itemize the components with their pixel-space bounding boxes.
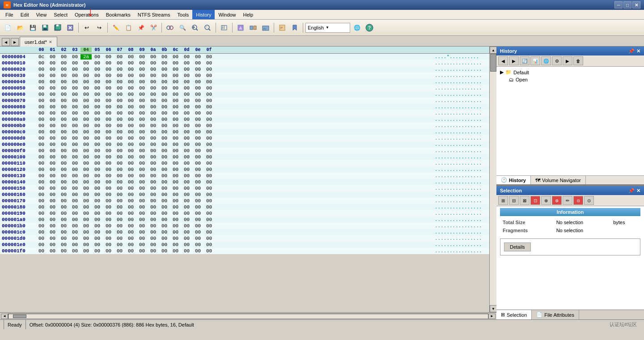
hex-row[interactable]: 000001d000000000000000000000000000000000… — [0, 235, 489, 242]
hex-byte-cell[interactable]: 00 — [103, 110, 114, 116]
hex-byte-cell[interactable]: 00 — [125, 179, 136, 185]
hex-row[interactable]: 000000f000000000000000000000000000000000… — [0, 148, 489, 154]
hex-byte-cell[interactable]: 00 — [47, 248, 58, 254]
hex-byte-cell[interactable]: 00 — [159, 179, 170, 185]
hex-byte-cell[interactable]: 00 — [114, 142, 125, 147]
hex-byte-cell[interactable]: 00 — [92, 236, 103, 241]
hex-byte-cell[interactable]: 00 — [92, 230, 103, 235]
details-button[interactable]: Details — [504, 242, 531, 251]
hex-byte-cell[interactable]: 00 — [80, 173, 92, 178]
hex-byte-cell[interactable]: 00 — [170, 142, 181, 147]
history-tab[interactable]: 🕐 History — [496, 176, 531, 184]
hex-byte-cell[interactable]: 00 — [181, 73, 192, 78]
hex-byte-cell[interactable]: 00 — [58, 179, 69, 185]
history-close-panel-button[interactable]: ✕ — [636, 48, 640, 54]
hex-byte-cell[interactable]: 00 — [47, 92, 58, 97]
hex-byte-cell[interactable]: 00 — [192, 54, 203, 60]
hex-byte-cell[interactable]: 00 — [181, 186, 192, 191]
hex-byte-cell[interactable]: 00 — [80, 123, 92, 128]
hex-byte-cell[interactable]: 00 — [114, 67, 125, 72]
hex-byte-cell[interactable]: 00 — [80, 67, 92, 72]
hex-byte-cell[interactable]: 00 — [170, 198, 181, 204]
scroll-down-button[interactable]: ▼ — [490, 305, 496, 312]
export-button[interactable]: xls — [260, 22, 271, 34]
hex-byte-cell[interactable]: 00 — [125, 60, 136, 66]
hex-byte-cell[interactable]: 00 — [114, 198, 125, 204]
hex-byte-cell[interactable]: 00 — [47, 98, 58, 103]
hex-row[interactable]: 0000019000000000000000000000000000000000… — [0, 210, 489, 217]
hex-byte-cell[interactable]: 00 — [192, 123, 203, 128]
hex-byte-cell[interactable]: 00 — [181, 54, 192, 60]
hex-byte-cell[interactable]: 00 — [170, 230, 181, 235]
hex-byte-cell[interactable]: 00 — [170, 173, 181, 178]
hex-byte-cell[interactable]: 00 — [114, 98, 125, 103]
hex-byte-cell[interactable]: 00 — [80, 248, 92, 254]
hex-byte-cell[interactable]: 00 — [36, 161, 47, 166]
hex-byte-cell[interactable]: 00 — [192, 198, 203, 204]
hex-byte-cell[interactable]: 00 — [47, 123, 58, 128]
online-button[interactable]: 🌐 — [351, 22, 363, 34]
hex-byte-cell[interactable]: 00 — [114, 104, 125, 110]
hex-row[interactable]: 0000002000000000000000000000000000000000… — [0, 66, 489, 72]
hex-byte-cell[interactable]: 00 — [114, 192, 125, 197]
hex-byte-cell[interactable]: 00 — [148, 161, 159, 166]
hex-byte-cell[interactable]: 00 — [148, 73, 159, 78]
hex-byte-cell[interactable]: 00 — [69, 104, 80, 110]
hex-byte-cell[interactable]: 00 — [136, 154, 148, 160]
hex-byte-cell[interactable]: 00 — [192, 142, 203, 147]
hex-byte-cell[interactable]: 00 — [103, 148, 114, 153]
hex-byte-cell[interactable]: 00 — [103, 204, 114, 210]
hex-byte-cell[interactable]: 00 — [192, 129, 203, 135]
hex-byte-cell[interactable]: 00 — [159, 129, 170, 135]
hex-byte-cell[interactable]: 00 — [114, 85, 125, 91]
hex-content[interactable]: 000000040c0000002a0000000000000000000000… — [0, 54, 489, 312]
hex-row[interactable]: 000000e000000000000000000000000000000000… — [0, 141, 489, 148]
hex-byte-cell[interactable]: 00 — [170, 79, 181, 85]
hex-row[interactable]: 0000004000000000000000000000000000000000… — [0, 79, 489, 85]
hex-row[interactable]: 0000016000000000000000000000000000000000… — [0, 191, 489, 198]
hex-byte-cell[interactable]: 00 — [181, 248, 192, 254]
hex-byte-cell[interactable]: 00 — [148, 198, 159, 204]
hist-action-button[interactable]: ▶ — [563, 56, 572, 65]
hex-byte-cell[interactable]: 00 — [58, 230, 69, 235]
hex-byte-cell[interactable]: 00 — [159, 211, 170, 216]
hex-byte-cell[interactable]: 00 — [148, 123, 159, 128]
hex-byte-cell[interactable]: 00 — [80, 79, 92, 85]
hex-byte-cell[interactable]: 00 — [69, 223, 80, 229]
hex-byte-cell[interactable]: 00 — [136, 110, 148, 116]
hex-byte-cell[interactable]: 00 — [47, 236, 58, 241]
hex-byte-cell[interactable]: 00 — [92, 104, 103, 110]
hex-byte-cell[interactable]: 00 — [170, 186, 181, 191]
sel-pin-button[interactable]: 📌 — [628, 188, 635, 194]
hex-byte-cell[interactable]: 00 — [58, 167, 69, 172]
hex-byte-cell[interactable]: 00 — [203, 173, 215, 178]
hex-byte-cell[interactable]: 00 — [203, 211, 215, 216]
hex-byte-cell[interactable]: 00 — [103, 123, 114, 128]
hex-byte-cell[interactable]: 00 — [114, 179, 125, 185]
hex-byte-cell[interactable]: 00 — [192, 167, 203, 172]
hex-byte-cell[interactable]: 00 — [92, 117, 103, 122]
hex-byte-cell[interactable]: 00 — [47, 79, 58, 85]
hex-byte-cell[interactable]: 00 — [170, 217, 181, 222]
hex-byte-cell[interactable]: 00 — [181, 173, 192, 178]
hex-row[interactable]: 000001a000000000000000000000000000000000… — [0, 217, 489, 223]
hex-byte-cell[interactable]: 00 — [36, 248, 47, 254]
hex-byte-cell[interactable]: 00 — [170, 192, 181, 197]
hex-byte-cell[interactable]: 00 — [136, 161, 148, 166]
hex-byte-cell[interactable]: 00 — [181, 104, 192, 110]
sel-btn-1[interactable]: ⊞ — [498, 196, 508, 205]
hex-byte-cell[interactable]: 00 — [148, 142, 159, 147]
hex-byte-cell[interactable]: 00 — [114, 236, 125, 241]
hex-byte-cell[interactable]: 00 — [159, 173, 170, 178]
menu-file[interactable]: File — [2, 10, 17, 19]
hex-byte-cell[interactable]: 00 — [170, 85, 181, 91]
hex-byte-cell[interactable]: 00 — [181, 129, 192, 135]
hex-byte-cell[interactable]: 00 — [181, 92, 192, 97]
hex-byte-cell[interactable]: 00 — [170, 248, 181, 254]
hex-byte-cell[interactable]: 00 — [47, 242, 58, 247]
hex-byte-cell[interactable]: 00 — [36, 104, 47, 110]
hex-row[interactable]: 0000012000000000000000000000000000000000… — [0, 166, 489, 173]
hex-byte-cell[interactable]: 00 — [136, 204, 148, 210]
hex-byte-cell[interactable]: 00 — [103, 142, 114, 147]
compare2-button[interactable] — [247, 22, 259, 34]
